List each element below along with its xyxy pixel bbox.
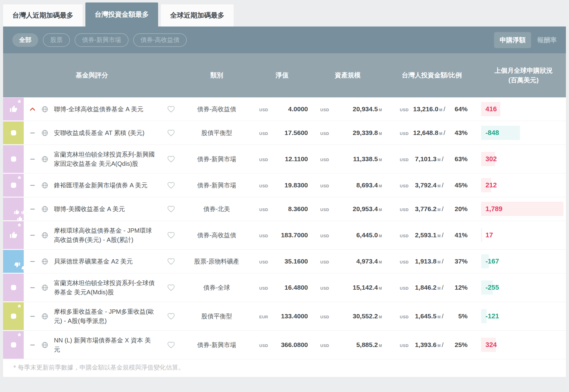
aum-value: 15,142.4 — [353, 284, 378, 291]
nav-cell: EUR 133.4000 — [251, 312, 313, 320]
tab-taiwan-recent-buys[interactable]: 台灣人近期加碼最多 — [3, 4, 83, 27]
table-row: * NN (L) 新興市場債券基金 X 資本 美元 債券-新興市場 USD 36… — [3, 331, 566, 359]
taiwan-invest-cell: USD 1,846.2 M / 12% — [383, 284, 481, 291]
invest-value: 3,776.2 — [415, 205, 436, 213]
net-subscription-value: 17 — [485, 231, 493, 239]
fund-name[interactable]: 富蘭克林坦伯頓全球投資系列-全球債券基金 美元A(Mdis)股 — [52, 273, 160, 302]
favorite-heart-icon[interactable] — [160, 312, 182, 321]
aum-unit: M — [379, 315, 382, 319]
favorite-heart-icon[interactable] — [160, 341, 182, 349]
aum-cell: USD 4,973.4 M — [313, 258, 383, 265]
nav-cell: USD 183.7000 — [251, 231, 313, 239]
slash-separator: / — [442, 182, 444, 189]
fund-category: 債券-北美 — [182, 205, 251, 213]
nav-currency: USD — [259, 131, 268, 136]
nav-currency: USD — [259, 343, 268, 348]
tab-global-recent-buys[interactable]: 全球近期加碼最多 — [161, 4, 234, 27]
aum-value: 5,885.2 — [356, 341, 378, 349]
invest-percentage: 12% — [450, 284, 468, 291]
filter-chip-equity[interactable]: 股票 — [43, 33, 70, 47]
header-nav: 淨值 — [251, 71, 313, 80]
trend-indicator-icon — [24, 345, 41, 345]
footnote: ＊每季末更新前季數據，申購金額以基金規模與淨值變化估算。 — [3, 359, 566, 377]
rating-icon — [10, 312, 17, 320]
fund-category: 債券-新興市場 — [182, 341, 251, 349]
filter-chip-all[interactable]: 全部 — [12, 33, 38, 47]
fund-name[interactable]: 摩根環球高收益債券基金 - JPM環球高收益債券(美元) - A股(累計) — [52, 221, 160, 249]
invest-value: 3,792.4 — [415, 182, 436, 189]
filter-chip-high-yield-bond[interactable]: 債券-高收益債 — [133, 33, 187, 47]
fund-name[interactable]: 鋒裕匯理基金新興市場債券 A 美元 — [52, 176, 160, 195]
trend-indicator-icon — [24, 133, 41, 133]
toggle-net-subscription[interactable]: 申購淨額 — [494, 32, 531, 48]
trend-indicator-icon — [24, 106, 41, 113]
nav-cell: USD 17.5600 — [251, 129, 313, 137]
rating-icon — [10, 284, 17, 291]
favorite-heart-icon[interactable] — [160, 231, 182, 239]
globe-icon[interactable] — [41, 205, 52, 213]
globe-icon[interactable] — [41, 341, 52, 349]
fund-name[interactable]: 貝萊德世界礦業基金 A2 美元 — [52, 252, 160, 271]
taiwan-invest-cell: USD 1,393.6 M / 25% — [383, 341, 481, 349]
invest-unit: M — [439, 108, 442, 112]
globe-icon[interactable] — [41, 155, 52, 163]
toggle-return-rate[interactable]: 報酬率 — [537, 36, 557, 44]
fund-name[interactable]: 安聯收益成長基金 AT 累積 (美元) — [52, 123, 160, 142]
table-row: * 摩根環球高收益債券基金 - JPM環球高收益債券(美元) - A股(累計) … — [3, 221, 566, 250]
aum-value: 11,338.5 — [353, 155, 378, 163]
favorite-heart-icon[interactable] — [160, 283, 182, 292]
favorite-heart-icon[interactable] — [160, 129, 182, 137]
fund-category: 債券-新興市場 — [182, 155, 251, 163]
invest-unit: M — [437, 260, 440, 264]
header-global-net-subscription: 上個月全球申購狀況 (百萬美元) — [481, 66, 566, 85]
globe-icon[interactable] — [41, 231, 52, 239]
rating-icon — [10, 182, 17, 189]
globe-icon[interactable] — [41, 312, 52, 320]
tab-taiwan-invested-amount[interactable]: 台灣投資金額最多 — [85, 2, 158, 27]
favorite-heart-icon[interactable] — [160, 105, 182, 113]
content-panel: 全部 股票 債券-新興市場 債券-高收益債 申購淨額 報酬率 基金與評分 類別 … — [3, 27, 566, 377]
slash-separator: / — [442, 258, 444, 265]
globe-icon[interactable] — [41, 284, 52, 292]
fund-name[interactable]: 摩根多重收益基金 - JPM多重收益(歐元) - A股(每季派息) — [52, 302, 160, 330]
invest-unit: M — [437, 208, 440, 212]
invest-currency: USD — [400, 315, 409, 319]
nav-currency: USD — [259, 157, 268, 162]
aum-value: 8,693.4 — [356, 182, 378, 189]
globe-icon[interactable] — [41, 105, 52, 113]
invest-value: 12,648.8 — [413, 129, 438, 137]
aum-currency: USD — [320, 234, 329, 238]
aum-currency: USD — [320, 157, 329, 162]
fund-name[interactable]: NN (L) 新興市場債券基金 X 資本 美元 — [52, 331, 160, 359]
globe-icon[interactable] — [41, 258, 52, 265]
trend-indicator-icon — [24, 159, 41, 160]
taiwan-invest-cell: USD 7,101.3 M / 63% — [383, 155, 481, 163]
invest-currency: USD — [400, 157, 409, 162]
table-row: * 摩根多重收益基金 - JPM多重收益(歐元) - A股(每季派息) 股債平衡… — [3, 302, 566, 331]
invest-unit: M — [437, 158, 440, 162]
metric-toggle: 申購淨額 報酬率 — [494, 32, 557, 48]
fund-name[interactable]: 富蘭克林坦伯頓全球投資系列-新興國家固定收益基金 美元A(Qdis)股 — [52, 145, 160, 173]
aum-currency: USD — [320, 286, 329, 291]
aum-value: 20,953.4 — [353, 205, 378, 213]
favorite-heart-icon[interactable] — [160, 257, 182, 266]
favorite-heart-icon[interactable] — [160, 205, 182, 213]
invest-unit: M — [439, 132, 442, 136]
nav-value: 17.5600 — [284, 129, 308, 137]
fund-name[interactable]: 聯博-美國收益基金 A 美元 — [52, 199, 160, 218]
aum-currency: USD — [320, 131, 329, 136]
favorite-heart-icon[interactable] — [160, 155, 182, 163]
net-subscription-value: -848 — [485, 129, 499, 137]
globe-icon[interactable] — [41, 182, 52, 189]
aum-currency: USD — [320, 207, 329, 212]
globe-icon[interactable] — [41, 129, 52, 137]
star-asterisk-icon: * — [18, 332, 21, 341]
net-subscription-cell: -167 — [481, 250, 566, 273]
rating-badge: * — [3, 250, 24, 273]
fund-name[interactable]: 聯博-全球高收益債券基金 A 美元 — [52, 100, 160, 119]
favorite-heart-icon[interactable] — [160, 181, 182, 190]
filter-chip-em-bond[interactable]: 債券-新興市場 — [75, 33, 129, 47]
page: 台灣人近期加碼最多 台灣投資金額最多 全球近期加碼最多 全部 股票 債券-新興市… — [0, 0, 569, 380]
nav-cell: USD 4.0000 — [251, 105, 313, 113]
nav-currency: USD — [259, 207, 268, 212]
